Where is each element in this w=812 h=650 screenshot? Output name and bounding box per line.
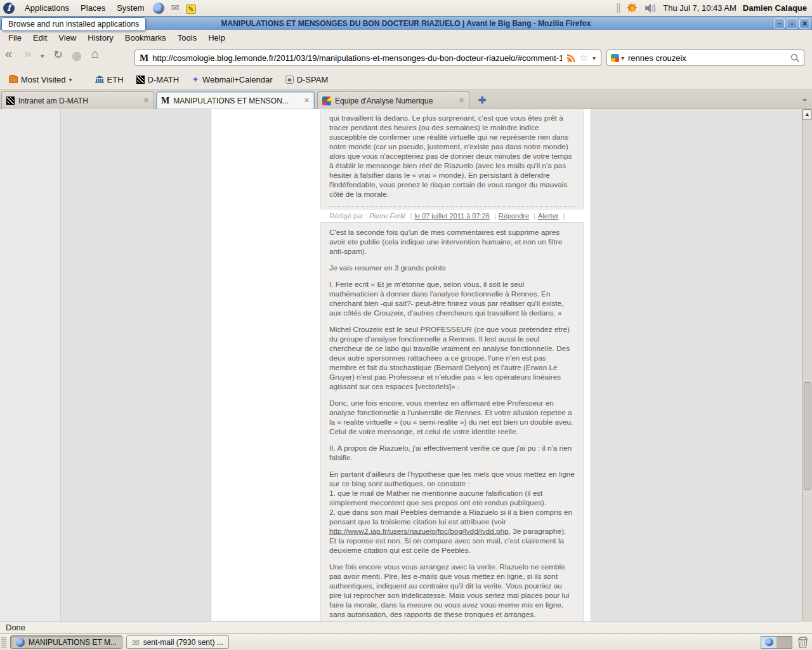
- tab-label: Equipe d'Analyse Numerique: [335, 96, 455, 105]
- building-icon: [95, 76, 104, 83]
- comment-paragraph: II. A propos de Riazuelo, j'ai effective…: [329, 444, 575, 463]
- iap-link[interactable]: http://www2.iap.fr/users/riazuelo/fpc/bo…: [329, 527, 509, 536]
- bottom-panel: MANIPULATIONS ET M... ✉ sent-mail (7930 …: [0, 633, 812, 650]
- workspace-1[interactable]: [761, 637, 776, 648]
- vertical-scrollbar[interactable]: ▲: [802, 109, 812, 621]
- dmath-icon: [136, 76, 145, 84]
- bookmark-dmath[interactable]: D-MATH: [131, 73, 185, 86]
- folder-icon: [9, 76, 18, 83]
- notes-launcher-icon[interactable]: ✎: [186, 3, 196, 14]
- workspace-switcher[interactable]: [761, 636, 792, 649]
- taskbar-window-sentmail[interactable]: ✉ sent-mail (7930 sent) ...: [126, 635, 229, 649]
- list-all-tabs-icon[interactable]: ⌄: [801, 93, 808, 103]
- search-input[interactable]: rennes crouzeix: [624, 53, 790, 63]
- url-bar[interactable]: M http://cosmologie.blog.lemonde.fr/2011…: [134, 50, 601, 66]
- search-magnifier-icon[interactable]: [790, 53, 800, 63]
- bookmark-webmail[interactable]: ✦ Webmail+Calendar: [187, 72, 277, 86]
- bookmarks-toolbar: Most Visited ▾ ETH D-MATH ✦ Webmail+Cale…: [0, 70, 812, 90]
- updates-icon[interactable]: [627, 3, 638, 14]
- comment-author: Pierre Ferlé: [369, 212, 405, 220]
- comment-body: qui travaillent là dedans. Le plus surpr…: [329, 114, 575, 199]
- pipe: |: [492, 212, 499, 220]
- close-button[interactable]: ✕: [799, 18, 810, 29]
- tab-favicon-dmath-icon: [6, 96, 15, 105]
- taskbar-window-firefox[interactable]: MANIPULATIONS ET M...: [10, 635, 122, 649]
- menu-file[interactable]: File: [3, 31, 27, 44]
- firefox-icon: [16, 638, 25, 647]
- bookmark-most-visited[interactable]: Most Visited ▾: [4, 73, 77, 86]
- menu-history[interactable]: History: [82, 31, 119, 44]
- status-bar: Done: [0, 621, 812, 633]
- scroll-up-icon[interactable]: ▲: [802, 109, 812, 120]
- maximize-button[interactable]: ▫: [787, 18, 797, 29]
- tab-favicon-colors-icon: [322, 96, 331, 105]
- bookmark-label: Most Visited: [21, 75, 66, 84]
- home-icon[interactable]: ⌂: [91, 47, 98, 61]
- page-viewport: qui travaillent là dedans. Le plus surpr…: [0, 109, 812, 621]
- tab-manipulations[interactable]: M MANIPULATIONS ET MENSON... ✕: [156, 91, 315, 109]
- paragraph-text: En partant d'ailleurs de l'hypothese que…: [329, 470, 575, 526]
- menu-bar: File Edit View History Bookmarks Tools H…: [0, 30, 812, 46]
- google-engine-icon[interactable]: [611, 54, 619, 62]
- menu-help[interactable]: Help: [202, 31, 231, 44]
- places-menu[interactable]: Places: [75, 1, 110, 15]
- scrollbar-thumb[interactable]: [804, 382, 811, 490]
- applications-tooltip: Browse and run installed applications: [1, 17, 146, 31]
- trash-icon[interactable]: [797, 637, 808, 648]
- tab-equipe[interactable]: Equipe d'Analyse Numerique ✕: [317, 91, 469, 109]
- rss-icon[interactable]: [567, 54, 575, 62]
- menu-edit[interactable]: Edit: [27, 31, 53, 44]
- tab-close-icon[interactable]: ✕: [304, 96, 310, 105]
- comment-paragraph: Michel Crouzeix est le seul PROFESSEUR (…: [329, 325, 575, 392]
- footer-prefix: Rédigé par :: [329, 212, 367, 220]
- comment-date-link[interactable]: le 07 juillet 2011 à 07:26: [414, 212, 489, 220]
- tab-intranet[interactable]: Intranet am D-MATH ✕: [1, 91, 154, 109]
- window-title: MANIPULATIONS ET MENSONGES DU BON DOCTEU…: [221, 19, 591, 28]
- menu-view[interactable]: View: [53, 31, 82, 44]
- bookmark-eth[interactable]: ETH: [90, 73, 129, 86]
- nav-dropdown-icon[interactable]: ▾: [41, 52, 44, 60]
- taskbar-grip[interactable]: [1, 637, 6, 648]
- bookmark-label: Webmail+Calendar: [202, 75, 273, 84]
- minimize-button[interactable]: –: [774, 18, 785, 29]
- mail-launcher-icon[interactable]: ✉: [171, 3, 179, 14]
- site-favicon: M: [135, 53, 152, 63]
- top-panel: f Applications Places System ✉ ✎ Thu Jul…: [0, 0, 812, 17]
- user-menu[interactable]: Damien Calaque: [743, 3, 807, 13]
- url-dropdown-icon[interactable]: ▾: [593, 55, 596, 62]
- system-menu[interactable]: System: [112, 1, 149, 15]
- bookmark-dspam[interactable]: ◉ D-SPAM: [280, 73, 334, 86]
- bookmark-star-icon[interactable]: ☆: [580, 52, 588, 63]
- alert-link[interactable]: Alerter: [538, 212, 558, 220]
- workspace-2[interactable]: [776, 637, 792, 648]
- bookmark-label: D-MATH: [148, 75, 180, 84]
- reply-link[interactable]: Répondre: [499, 212, 529, 220]
- stop-icon: [72, 52, 81, 63]
- firefox-launcher-icon[interactable]: [153, 2, 164, 14]
- tab-close-icon[interactable]: ✕: [459, 96, 464, 105]
- volume-icon[interactable]: [645, 3, 657, 13]
- tab-favicon-lemonde-icon: M: [161, 96, 169, 106]
- comment-paragraph: Une fois encore vous vous arrangez avec …: [329, 562, 575, 620]
- reload-icon[interactable]: ↻: [53, 48, 63, 62]
- search-bar[interactable]: ▾ rennes crouzeix: [606, 50, 804, 66]
- divider: [329, 206, 575, 207]
- comment-footer: Rédigé par : Pierre Ferlé |le 07 juillet…: [329, 211, 575, 221]
- comment-paragraph: C'est la seconde fois qu'un de mes comme…: [329, 228, 575, 256]
- comment-paragraph: Je vais resumer en 3 grands points: [329, 263, 575, 273]
- diamond-icon: ✦: [192, 74, 199, 84]
- panel-clock[interactable]: Thu Jul 7, 10:43 AM: [663, 3, 737, 13]
- new-tab-button[interactable]: ✚: [475, 93, 490, 107]
- tab-close-icon[interactable]: ✕: [143, 96, 149, 105]
- applications-menu[interactable]: Applications: [20, 1, 74, 15]
- pipe: |: [560, 212, 567, 220]
- pipe: |: [531, 212, 538, 220]
- url-text[interactable]: http://cosmologie.blog.lemonde.fr/2011/0…: [152, 53, 561, 63]
- menu-tools[interactable]: Tools: [172, 31, 202, 44]
- taskbar-window-label: sent-mail (7930 sent) ...: [143, 638, 223, 647]
- tray-grip[interactable]: [617, 3, 620, 13]
- back-icon[interactable]: «: [5, 46, 12, 61]
- status-text: Done: [6, 623, 25, 632]
- menu-bookmarks[interactable]: Bookmarks: [119, 31, 172, 44]
- bookmark-label: ETH: [107, 75, 124, 84]
